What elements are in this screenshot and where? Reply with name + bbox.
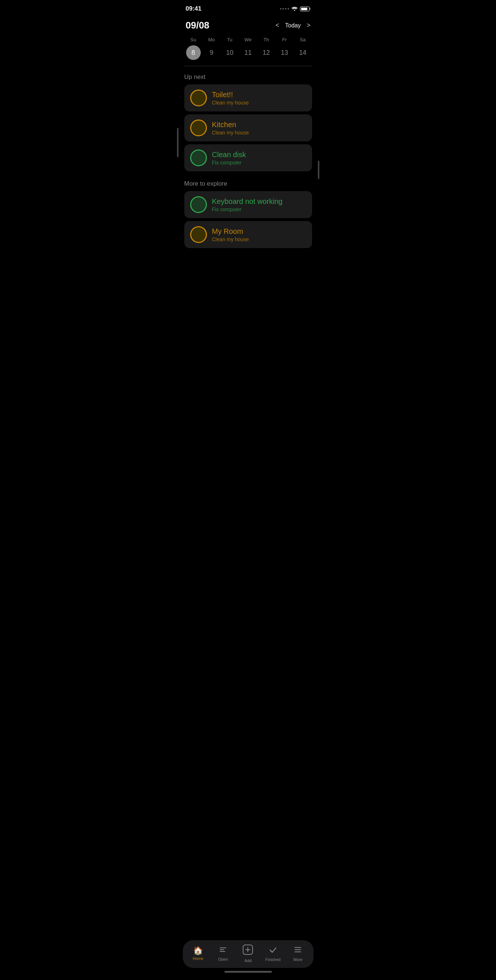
day-label-mo: Mo xyxy=(204,37,219,42)
battery-icon xyxy=(300,6,311,11)
status-bar: 09:41 xyxy=(177,0,319,15)
task-clean-disk[interactable]: Clean disk Fix computer xyxy=(184,144,312,171)
task-title-kitchen: Kitchen xyxy=(212,121,306,129)
scroll-indicator-right xyxy=(318,161,319,179)
status-time: 09:41 xyxy=(186,5,201,13)
task-title-clean-disk: Clean disk xyxy=(212,151,306,159)
task-my-room[interactable]: My Room Clean my house xyxy=(184,221,312,248)
task-subtitle-keyboard: Fix computer xyxy=(212,207,306,212)
day-label-fr: Fr xyxy=(277,37,292,42)
task-subtitle-clean-disk: Fix computer xyxy=(212,160,306,165)
day-8[interactable]: 8 xyxy=(186,45,201,60)
day-label-th: Th xyxy=(259,37,274,42)
more-to-explore-title: More to explore xyxy=(184,180,312,188)
task-icon-toilet xyxy=(190,89,207,106)
task-info-keyboard: Keyboard not working Fix computer xyxy=(212,197,306,212)
task-info-kitchen: Kitchen Clean my house xyxy=(212,121,306,135)
task-title-my-room: My Room xyxy=(212,227,306,236)
signal-icon xyxy=(280,8,289,10)
task-info-clean-disk: Clean disk Fix computer xyxy=(212,151,306,165)
wifi-icon xyxy=(291,6,298,11)
task-info-toilet: Toilet!! Clean my house xyxy=(212,91,306,106)
task-subtitle-toilet: Clean my house xyxy=(212,100,306,106)
scroll-indicator-left xyxy=(177,128,179,157)
day-10[interactable]: 10 xyxy=(223,45,237,60)
day-label-sa: Sa xyxy=(296,37,310,42)
task-icon-kitchen xyxy=(190,119,207,136)
prev-button[interactable]: < xyxy=(276,22,280,29)
day-label-tu: Tu xyxy=(223,37,237,42)
day-9[interactable]: 9 xyxy=(204,45,219,60)
more-to-explore-section: More to explore Keyboard not working Fix… xyxy=(177,176,319,253)
task-toilet[interactable]: Toilet!! Clean my house xyxy=(184,84,312,111)
up-next-section: Up next Toilet!! Clean my house Kitchen … xyxy=(177,69,319,176)
week-days-numbers: 8 9 10 11 12 13 14 xyxy=(184,45,312,60)
today-button[interactable]: Today xyxy=(285,22,301,29)
task-title-keyboard: Keyboard not working xyxy=(212,197,306,206)
content-area: Up next Toilet!! Clean my house Kitchen … xyxy=(177,69,319,300)
task-kitchen[interactable]: Kitchen Clean my house xyxy=(184,115,312,142)
week-calendar: Su Mo Tu We Th Fr Sa 8 9 10 11 12 13 14 xyxy=(177,37,319,63)
week-days-header: Su Mo Tu We Th Fr Sa xyxy=(184,37,312,42)
task-keyboard[interactable]: Keyboard not working Fix computer xyxy=(184,191,312,218)
task-subtitle-my-room: Clean my house xyxy=(212,236,306,242)
day-13[interactable]: 13 xyxy=(277,45,292,60)
status-icons xyxy=(280,6,311,11)
task-info-my-room: My Room Clean my house xyxy=(212,227,306,242)
task-icon-my-room xyxy=(190,226,207,243)
task-icon-clean-disk xyxy=(190,150,207,166)
divider xyxy=(184,66,312,66)
header-date: 09/08 xyxy=(186,20,209,31)
day-label-su: Su xyxy=(186,37,201,42)
day-12[interactable]: 12 xyxy=(259,45,274,60)
task-title-toilet: Toilet!! xyxy=(212,91,306,99)
up-next-title: Up next xyxy=(184,73,312,81)
task-icon-keyboard xyxy=(190,196,207,213)
day-label-we: We xyxy=(241,37,255,42)
date-navigation: < Today > xyxy=(276,22,311,29)
task-subtitle-kitchen: Clean my house xyxy=(212,130,306,135)
header: 09/08 < Today > xyxy=(177,15,319,37)
day-14[interactable]: 14 xyxy=(296,45,310,60)
next-button[interactable]: > xyxy=(307,22,311,29)
day-11[interactable]: 11 xyxy=(241,45,255,60)
